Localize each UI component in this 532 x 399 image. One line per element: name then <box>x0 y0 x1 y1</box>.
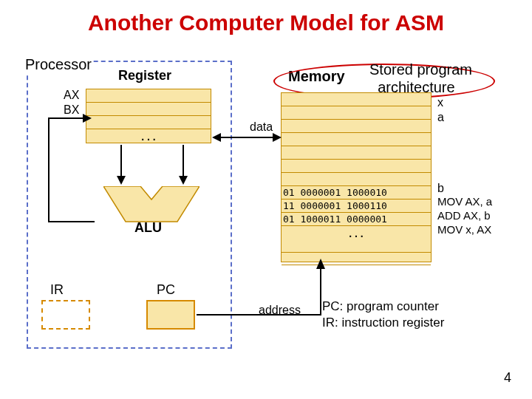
pc-label: PC <box>157 282 175 298</box>
memory-var-x: x <box>437 96 443 109</box>
register-name-ax: AX <box>64 89 79 102</box>
instruction-0: MOV AX, a <box>437 195 492 208</box>
svg-marker-0 <box>103 186 200 222</box>
note-pc: PC: program counter <box>322 299 439 313</box>
memory-block: 01 0000001 1000010 11 0000001 1000110 01… <box>281 92 432 262</box>
register-block: . . . <box>86 89 211 143</box>
register-dots: . . . <box>86 129 211 142</box>
memory-code-0: 01 0000001 1000010 <box>282 186 431 200</box>
register-label: Register <box>118 68 171 83</box>
memory-var-b: b <box>437 182 444 195</box>
register-name-bx: BX <box>64 103 79 117</box>
slide-number: 4 <box>504 370 511 386</box>
memory-code-1: 11 0000001 1000110 <box>282 200 431 213</box>
ir-box <box>41 300 90 330</box>
address-bus-label: address <box>259 304 301 317</box>
stored-program-label: Stored program architecture <box>369 61 472 96</box>
memory-code-2: 01 1000011 0000001 <box>282 213 431 226</box>
instruction-2: MOV x, AX <box>437 223 491 236</box>
slide-title: Another Computer Model for ASM <box>0 0 532 35</box>
processor-label: Processor <box>24 56 93 73</box>
memory-dots: . . . <box>282 226 431 239</box>
note-ir: IR: instruction register <box>322 316 444 330</box>
pc-ir-note: PC: program counter IR: instruction regi… <box>322 299 444 331</box>
pc-box <box>146 300 195 330</box>
ir-label: IR <box>50 282 64 298</box>
instruction-1: ADD AX, b <box>437 209 491 222</box>
stored-line1: Stored program <box>369 61 472 78</box>
memory-var-a: a <box>437 111 444 124</box>
data-bus-label: data <box>250 120 273 134</box>
alu-label: ALU <box>134 220 162 236</box>
